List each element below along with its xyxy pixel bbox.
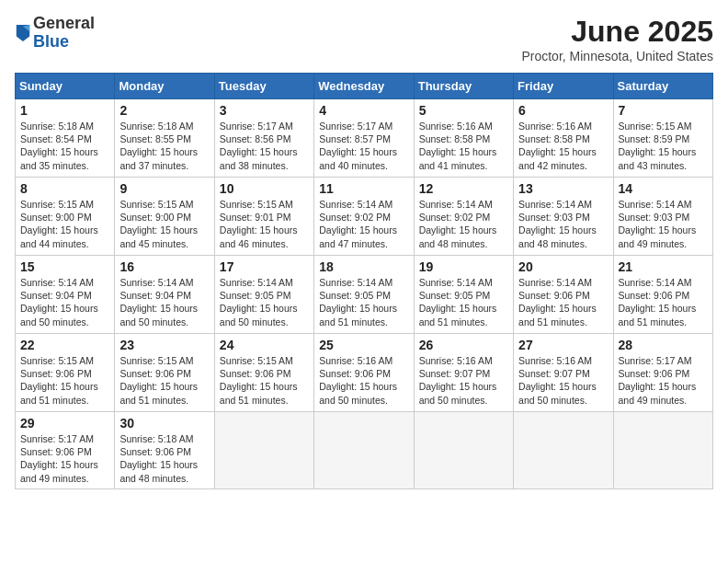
- day-number: 8: [20, 181, 109, 196]
- calendar-day-cell: 12Sunrise: 5:14 AMSunset: 9:02 PMDayligh…: [414, 178, 513, 256]
- day-info: Sunrise: 5:15 AMSunset: 9:00 PMDaylight:…: [20, 198, 109, 250]
- day-info: Sunrise: 5:18 AMSunset: 8:55 PMDaylight:…: [119, 120, 209, 172]
- calendar-day-cell: 21Sunrise: 5:14 AMSunset: 9:06 PMDayligh…: [613, 256, 712, 334]
- day-info: Sunrise: 5:15 AMSunset: 8:59 PMDaylight:…: [619, 120, 708, 172]
- calendar-day-cell: 10Sunrise: 5:15 AMSunset: 9:01 PMDayligh…: [214, 178, 313, 256]
- calendar-day-cell: 1Sunrise: 5:18 AMSunset: 8:54 PMDaylight…: [16, 99, 115, 178]
- day-number: 23: [119, 338, 209, 352]
- day-info: Sunrise: 5:15 AMSunset: 9:06 PMDaylight:…: [119, 354, 209, 407]
- day-number: 6: [518, 103, 608, 118]
- empty-cell: [314, 412, 414, 489]
- calendar-day-cell: 29Sunrise: 5:17 AMSunset: 9:06 PMDayligh…: [16, 412, 115, 489]
- logo-general-text: General: [33, 15, 95, 33]
- day-info: Sunrise: 5:15 AMSunset: 9:06 PMDaylight:…: [220, 354, 309, 407]
- day-info: Sunrise: 5:14 AMSunset: 9:02 PMDaylight:…: [319, 198, 408, 250]
- day-number: 18: [319, 259, 408, 274]
- day-number: 7: [619, 103, 708, 118]
- calendar-day-cell: 17Sunrise: 5:14 AMSunset: 9:05 PMDayligh…: [214, 256, 313, 334]
- day-info: Sunrise: 5:17 AMSunset: 8:57 PMDaylight:…: [319, 120, 408, 172]
- day-number: 24: [220, 338, 309, 352]
- calendar-day-cell: 5Sunrise: 5:16 AMSunset: 8:58 PMDaylight…: [414, 99, 513, 178]
- calendar-day-cell: 14Sunrise: 5:14 AMSunset: 9:03 PMDayligh…: [613, 178, 712, 256]
- calendar-day-cell: 16Sunrise: 5:14 AMSunset: 9:04 PMDayligh…: [115, 256, 214, 334]
- calendar-day-cell: 22Sunrise: 5:15 AMSunset: 9:06 PMDayligh…: [16, 334, 115, 412]
- day-number: 20: [518, 259, 608, 274]
- logo: General Blue: [15, 15, 95, 52]
- calendar-week-row: 29Sunrise: 5:17 AMSunset: 9:06 PMDayligh…: [16, 412, 713, 489]
- day-info: Sunrise: 5:16 AMSunset: 9:07 PMDaylight:…: [419, 354, 508, 407]
- logo-icon: [15, 23, 31, 43]
- day-header-tuesday: Tuesday: [214, 74, 313, 99]
- calendar-day-cell: 13Sunrise: 5:14 AMSunset: 9:03 PMDayligh…: [514, 178, 613, 256]
- calendar-day-cell: 30Sunrise: 5:18 AMSunset: 9:06 PMDayligh…: [115, 412, 214, 489]
- day-info: Sunrise: 5:15 AMSunset: 9:00 PMDaylight:…: [119, 198, 209, 250]
- calendar-day-cell: 24Sunrise: 5:15 AMSunset: 9:06 PMDayligh…: [214, 334, 313, 412]
- day-info: Sunrise: 5:17 AMSunset: 9:06 PMDaylight:…: [20, 432, 109, 485]
- calendar-day-cell: 3Sunrise: 5:17 AMSunset: 8:56 PMDaylight…: [214, 99, 313, 178]
- calendar-day-cell: 18Sunrise: 5:14 AMSunset: 9:05 PMDayligh…: [314, 256, 414, 334]
- day-number: 16: [119, 259, 209, 274]
- title-area: June 2025 Proctor, Minnesota, United Sta…: [521, 15, 713, 63]
- day-header-sunday: Sunday: [16, 74, 115, 99]
- day-number: 3: [220, 103, 309, 118]
- day-info: Sunrise: 5:14 AMSunset: 9:02 PMDaylight:…: [419, 198, 508, 250]
- day-number: 30: [119, 416, 209, 431]
- calendar-day-cell: 19Sunrise: 5:14 AMSunset: 9:05 PMDayligh…: [414, 256, 513, 334]
- calendar-day-cell: 4Sunrise: 5:17 AMSunset: 8:57 PMDaylight…: [314, 99, 414, 178]
- day-info: Sunrise: 5:15 AMSunset: 9:01 PMDaylight:…: [220, 198, 309, 250]
- day-info: Sunrise: 5:14 AMSunset: 9:06 PMDaylight:…: [619, 276, 708, 328]
- day-info: Sunrise: 5:14 AMSunset: 9:05 PMDaylight:…: [319, 276, 408, 328]
- day-number: 28: [619, 338, 708, 352]
- calendar-table: SundayMondayTuesdayWednesdayThursdayFrid…: [15, 73, 713, 489]
- day-number: 1: [20, 103, 109, 118]
- day-info: Sunrise: 5:14 AMSunset: 9:03 PMDaylight:…: [619, 198, 708, 250]
- calendar-week-row: 15Sunrise: 5:14 AMSunset: 9:04 PMDayligh…: [16, 256, 713, 334]
- day-number: 5: [419, 103, 508, 118]
- day-info: Sunrise: 5:14 AMSunset: 9:05 PMDaylight:…: [220, 276, 309, 328]
- logo-blue-text: Blue: [33, 33, 95, 52]
- day-info: Sunrise: 5:17 AMSunset: 9:06 PMDaylight:…: [619, 354, 708, 407]
- day-number: 11: [319, 181, 408, 196]
- day-number: 4: [319, 103, 408, 118]
- day-info: Sunrise: 5:14 AMSunset: 9:04 PMDaylight:…: [119, 276, 209, 328]
- day-info: Sunrise: 5:16 AMSunset: 9:07 PMDaylight:…: [518, 354, 608, 407]
- calendar-day-cell: 9Sunrise: 5:15 AMSunset: 9:00 PMDaylight…: [115, 178, 214, 256]
- day-header-friday: Friday: [514, 74, 613, 99]
- calendar-day-cell: 28Sunrise: 5:17 AMSunset: 9:06 PMDayligh…: [613, 334, 712, 412]
- day-number: 29: [20, 416, 109, 431]
- empty-cell: [514, 412, 613, 489]
- day-number: 14: [619, 181, 708, 196]
- calendar-week-row: 8Sunrise: 5:15 AMSunset: 9:00 PMDaylight…: [16, 178, 713, 256]
- calendar-day-cell: 26Sunrise: 5:16 AMSunset: 9:07 PMDayligh…: [414, 334, 513, 412]
- day-info: Sunrise: 5:14 AMSunset: 9:05 PMDaylight:…: [419, 276, 508, 328]
- header: General Blue June 2025 Proctor, Minnesot…: [15, 15, 713, 63]
- calendar-day-cell: 8Sunrise: 5:15 AMSunset: 9:00 PMDaylight…: [16, 178, 115, 256]
- calendar-day-cell: 6Sunrise: 5:16 AMSunset: 8:58 PMDaylight…: [514, 99, 613, 178]
- day-number: 25: [319, 338, 408, 352]
- day-header-saturday: Saturday: [613, 74, 712, 99]
- calendar-week-row: 1Sunrise: 5:18 AMSunset: 8:54 PMDaylight…: [16, 99, 713, 178]
- day-number: 26: [419, 338, 508, 352]
- calendar-day-cell: 20Sunrise: 5:14 AMSunset: 9:06 PMDayligh…: [514, 256, 613, 334]
- day-info: Sunrise: 5:14 AMSunset: 9:04 PMDaylight:…: [20, 276, 109, 328]
- day-number: 27: [518, 338, 608, 352]
- day-info: Sunrise: 5:14 AMSunset: 9:03 PMDaylight:…: [518, 198, 608, 250]
- day-header-wednesday: Wednesday: [314, 74, 414, 99]
- calendar-day-cell: 11Sunrise: 5:14 AMSunset: 9:02 PMDayligh…: [314, 178, 414, 256]
- empty-cell: [613, 412, 712, 489]
- day-number: 19: [419, 259, 508, 274]
- day-info: Sunrise: 5:17 AMSunset: 8:56 PMDaylight:…: [220, 120, 309, 172]
- day-info: Sunrise: 5:16 AMSunset: 8:58 PMDaylight:…: [419, 120, 508, 172]
- calendar-day-cell: 15Sunrise: 5:14 AMSunset: 9:04 PMDayligh…: [16, 256, 115, 334]
- location-text: Proctor, Minnesota, United States: [521, 49, 713, 63]
- day-info: Sunrise: 5:16 AMSunset: 9:06 PMDaylight:…: [319, 354, 408, 407]
- empty-cell: [214, 412, 313, 489]
- day-info: Sunrise: 5:14 AMSunset: 9:06 PMDaylight:…: [518, 276, 608, 328]
- day-number: 13: [518, 181, 608, 196]
- calendar-day-cell: 2Sunrise: 5:18 AMSunset: 8:55 PMDaylight…: [115, 99, 214, 178]
- day-number: 21: [619, 259, 708, 274]
- day-info: Sunrise: 5:16 AMSunset: 8:58 PMDaylight:…: [518, 120, 608, 172]
- day-number: 12: [419, 181, 508, 196]
- day-header-thursday: Thursday: [414, 74, 513, 99]
- day-info: Sunrise: 5:18 AMSunset: 9:06 PMDaylight:…: [119, 432, 209, 485]
